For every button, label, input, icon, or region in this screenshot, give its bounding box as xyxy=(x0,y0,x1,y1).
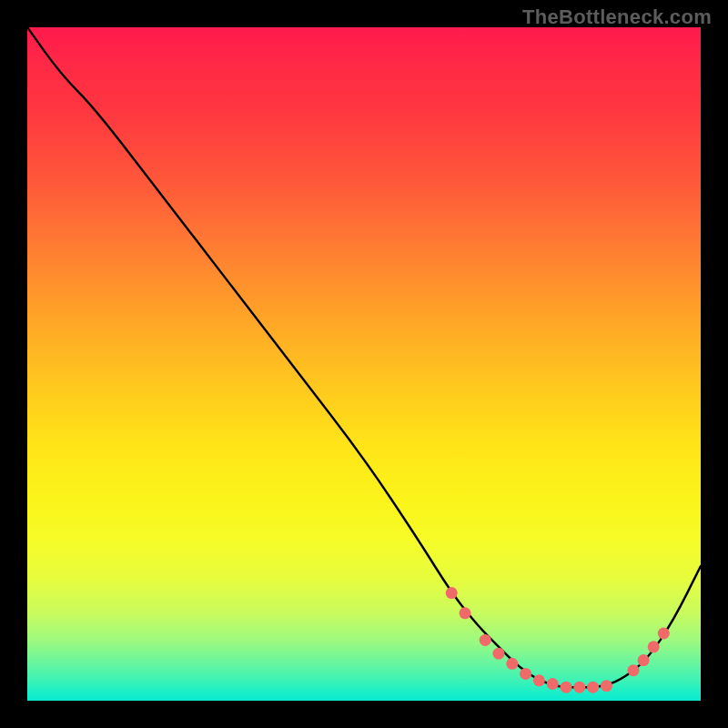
watermark-text: TheBottleneck.com xyxy=(522,5,712,29)
heat-gradient xyxy=(27,27,701,701)
chart-frame: TheBottleneck.com xyxy=(0,0,728,728)
plot-area xyxy=(27,27,701,701)
